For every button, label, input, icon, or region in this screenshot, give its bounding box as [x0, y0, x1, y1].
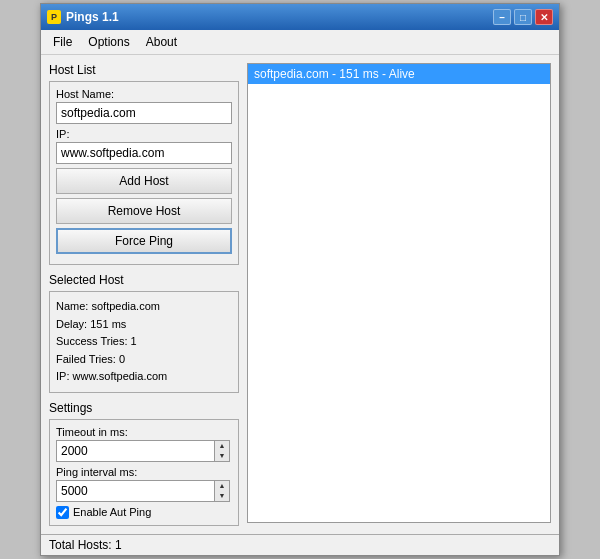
info-name: Name: softpedia.com — [56, 298, 232, 316]
menu-bar: File Options About — [41, 30, 559, 55]
ping-interval-spin-container: ▲ ▼ — [56, 480, 232, 502]
enable-auto-ping-checkbox[interactable] — [56, 506, 69, 519]
ping-interval-spin-arrows: ▲ ▼ — [214, 480, 230, 502]
host-name-label: Host Name: — [56, 88, 232, 100]
ping-interval-label: Ping interval ms: — [56, 466, 232, 478]
timeout-spin-container: ▲ ▼ — [56, 440, 232, 462]
menu-about[interactable]: About — [138, 32, 185, 52]
title-bar: P Pings 1.1 – □ ✕ — [41, 4, 559, 30]
enable-auto-ping-label: Enable Aut Ping — [73, 506, 151, 518]
ip-input[interactable] — [56, 142, 232, 164]
left-panel: Host List Host Name: IP: Add Host Remove… — [49, 63, 239, 526]
maximize-button[interactable]: □ — [514, 9, 532, 25]
status-bar: Total Hosts: 1 — [41, 534, 559, 555]
timeout-spin-up[interactable]: ▲ — [215, 441, 229, 451]
ping-interval-input[interactable] — [56, 480, 214, 502]
selected-host-label: Selected Host — [49, 273, 239, 287]
ping-interval-spin-up[interactable]: ▲ — [215, 481, 229, 491]
close-button[interactable]: ✕ — [535, 9, 553, 25]
info-delay: Delay: 151 ms — [56, 316, 232, 334]
minimize-button[interactable]: – — [493, 9, 511, 25]
info-ip: IP: www.softpedia.com — [56, 368, 232, 386]
ping-interval-spin-down[interactable]: ▼ — [215, 491, 229, 501]
timeout-label: Timeout in ms: — [56, 426, 232, 438]
ip-label: IP: — [56, 128, 232, 140]
window-title: Pings 1.1 — [66, 10, 119, 24]
force-ping-button[interactable]: Force Ping — [56, 228, 232, 254]
remove-host-button[interactable]: Remove Host — [56, 198, 232, 224]
host-name-input[interactable] — [56, 102, 232, 124]
title-bar-buttons: – □ ✕ — [493, 9, 553, 25]
main-window: P Pings 1.1 – □ ✕ File Options About Hos… — [40, 3, 560, 556]
host-list-panel[interactable]: softpedia.com - 151 ms - Alive — [247, 63, 551, 523]
right-panel: softpedia.com - 151 ms - Alive — [247, 63, 551, 526]
info-failed: Failed Tries: 0 — [56, 351, 232, 369]
timeout-spin-arrows: ▲ ▼ — [214, 440, 230, 462]
enable-auto-ping-row: Enable Aut Ping — [56, 506, 232, 519]
settings-box: Timeout in ms: ▲ ▼ Ping interval ms: ▲ ▼ — [49, 419, 239, 526]
info-success: Success Tries: 1 — [56, 333, 232, 351]
timeout-spin-down[interactable]: ▼ — [215, 451, 229, 461]
menu-options[interactable]: Options — [80, 32, 137, 52]
title-bar-left: P Pings 1.1 — [47, 10, 119, 24]
host-list-group: Host Name: IP: Add Host Remove Host Forc… — [49, 81, 239, 265]
add-host-button[interactable]: Add Host — [56, 168, 232, 194]
settings-label: Settings — [49, 401, 239, 415]
host-list-label: Host List — [49, 63, 239, 77]
timeout-input[interactable] — [56, 440, 214, 462]
menu-file[interactable]: File — [45, 32, 80, 52]
list-item[interactable]: softpedia.com - 151 ms - Alive — [248, 64, 550, 84]
total-hosts-text: Total Hosts: 1 — [49, 538, 122, 552]
selected-host-box: Name: softpedia.com Delay: 151 ms Succes… — [49, 291, 239, 393]
main-content: Host List Host Name: IP: Add Host Remove… — [41, 55, 559, 534]
app-icon: P — [47, 10, 61, 24]
